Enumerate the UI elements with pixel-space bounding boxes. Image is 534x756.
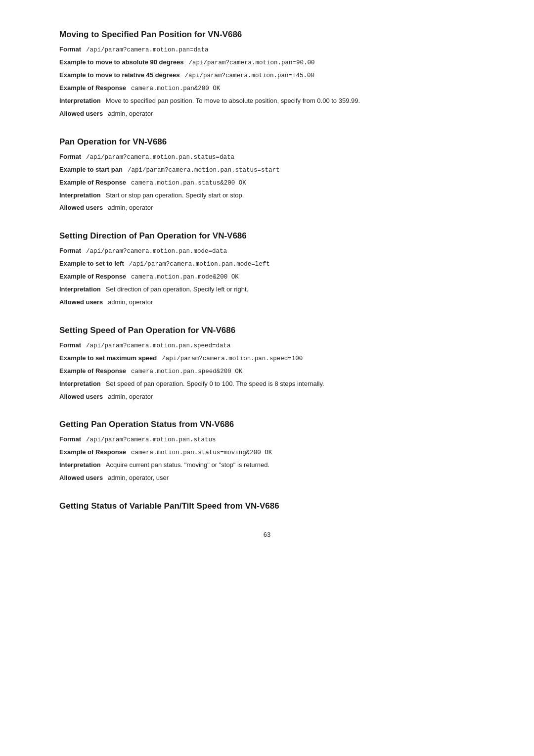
section-title-section1: Moving to Specified Pan Position for VN-… [59,30,475,40]
row-code-4-0: /api/param?camera.motion.pan.status [86,435,216,445]
row-1-4: Allowed usersadmin, operator [59,203,475,213]
row-label-4-1: Example of Response [59,447,126,458]
row-label-4-0: Format [59,434,81,445]
row-code-1-0: /api/param?camera.motion.pan.status=data [86,152,234,162]
row-text-1-4: admin, operator [108,203,153,213]
row-code-3-2: camera.motion.pan.speed&200 OK [131,367,242,377]
row-label-2-3: Interpretation [59,284,101,295]
row-label-1-0: Format [59,152,81,162]
section-section2: Pan Operation for VN-V686Format/api/para… [59,137,475,214]
section-title-section6: Getting Status of Variable Pan/Tilt Spee… [59,501,475,511]
row-4-2: InterpretationAcquire current pan status… [59,460,475,471]
row-0-1: Example to move to absolute 90 degrees/a… [59,57,475,68]
row-code-2-2: camera.motion.pan.mode&200 OK [131,272,239,282]
section-section3: Setting Direction of Pan Operation for V… [59,231,475,308]
row-3-1: Example to set maximum speed/api/param?c… [59,353,475,364]
row-1-0: Format/api/param?camera.motion.pan.statu… [59,152,475,162]
row-3-2: Example of Responsecamera.motion.pan.spe… [59,366,475,377]
row-label-3-0: Format [59,340,81,351]
row-label-1-2: Example of Response [59,178,126,188]
row-text-0-4: Move to specified pan position. To move … [106,96,360,106]
section-section4: Setting Speed of Pan Operation for VN-V6… [59,326,475,402]
row-0-4: InterpretationMove to specified pan posi… [59,96,475,106]
row-label-3-1: Example to set maximum speed [59,353,157,364]
row-text-4-2: Acquire current pan status. "moving" or … [106,460,269,471]
row-code-2-0: /api/param?camera.motion.pan.mode=data [86,246,227,256]
row-2-4: Allowed usersadmin, operator [59,297,475,308]
row-2-0: Format/api/param?camera.motion.pan.mode=… [59,246,475,256]
row-text-3-3: Set speed of pan operation. Specify 0 to… [106,379,324,389]
row-label-0-1: Example to move to absolute 90 degrees [59,57,183,68]
row-text-0-5: admin, operator [108,109,153,119]
row-2-2: Example of Responsecamera.motion.pan.mod… [59,272,475,282]
row-code-3-1: /api/param?camera.motion.pan.speed=100 [162,354,303,364]
row-4-1: Example of Responsecamera.motion.pan.sta… [59,447,475,458]
section-section5: Getting Pan Operation Status from VN-V68… [59,420,475,483]
row-label-0-2: Example to move to relative 45 degrees [59,70,180,81]
page-number-container: 63 [59,531,475,538]
row-label-1-1: Example to start pan [59,165,123,175]
row-4-0: Format/api/param?camera.motion.pan.statu… [59,434,475,445]
row-code-1-1: /api/param?camera.motion.pan.status=star… [128,165,280,175]
row-0-3: Example of Responsecamera.motion.pan&200… [59,83,475,94]
row-label-1-3: Interpretation [59,190,101,201]
row-code-0-3: camera.motion.pan&200 OK [131,84,220,94]
row-label-3-3: Interpretation [59,379,101,389]
section-section6: Getting Status of Variable Pan/Tilt Spee… [59,501,475,511]
row-code-2-1: /api/param?camera.motion.pan.mode=left [129,259,270,269]
page-number: 63 [264,531,270,538]
section-section1: Moving to Specified Pan Position for VN-… [59,30,475,119]
row-label-1-4: Allowed users [59,203,103,213]
row-text-4-3: admin, operator, user [108,473,169,483]
row-label-2-0: Format [59,246,81,256]
row-0-2: Example to move to relative 45 degrees/a… [59,70,475,81]
row-3-0: Format/api/param?camera.motion.pan.speed… [59,340,475,351]
row-label-4-3: Allowed users [59,473,103,483]
section-title-section4: Setting Speed of Pan Operation for VN-V6… [59,326,475,335]
row-text-1-3: Start or stop pan operation. Specify sta… [106,190,244,201]
row-4-3: Allowed usersadmin, operator, user [59,473,475,483]
row-text-2-3: Set direction of pan operation. Specify … [106,284,248,295]
row-label-2-1: Example to set to left [59,259,124,269]
section-title-section2: Pan Operation for VN-V686 [59,137,475,147]
row-2-3: InterpretationSet direction of pan opera… [59,284,475,295]
row-1-2: Example of Responsecamera.motion.pan.sta… [59,178,475,188]
page-content: Moving to Specified Pan Position for VN-… [59,30,475,511]
row-code-0-0: /api/param?camera.motion.pan=data [86,45,209,55]
row-text-3-4: admin, operator [108,392,153,402]
row-2-1: Example to set to left/api/param?camera.… [59,259,475,269]
row-label-2-4: Allowed users [59,297,103,308]
row-3-4: Allowed usersadmin, operator [59,392,475,402]
row-label-2-2: Example of Response [59,272,126,282]
row-code-0-2: /api/param?camera.motion.pan=+45.00 [185,71,315,81]
section-title-section3: Setting Direction of Pan Operation for V… [59,231,475,241]
row-label-0-3: Example of Response [59,83,126,94]
row-code-4-1: camera.motion.pan.status=moving&200 OK [131,448,272,458]
row-3-3: InterpretationSet speed of pan operation… [59,379,475,389]
row-label-0-5: Allowed users [59,109,103,119]
row-code-1-2: camera.motion.pan.status&200 OK [131,178,246,188]
section-title-section5: Getting Pan Operation Status from VN-V68… [59,420,475,429]
row-label-4-2: Interpretation [59,460,101,471]
row-code-3-0: /api/param?camera.motion.pan.speed=data [86,341,231,351]
row-code-0-1: /api/param?camera.motion.pan=90.00 [188,58,314,68]
row-0-5: Allowed usersadmin, operator [59,109,475,119]
row-label-0-4: Interpretation [59,96,101,106]
row-0-0: Format/api/param?camera.motion.pan=data [59,45,475,55]
row-label-0-0: Format [59,45,81,55]
row-text-2-4: admin, operator [108,297,153,308]
row-1-3: InterpretationStart or stop pan operatio… [59,190,475,201]
row-label-3-4: Allowed users [59,392,103,402]
row-label-3-2: Example of Response [59,366,126,377]
row-1-1: Example to start pan/api/param?camera.mo… [59,165,475,175]
